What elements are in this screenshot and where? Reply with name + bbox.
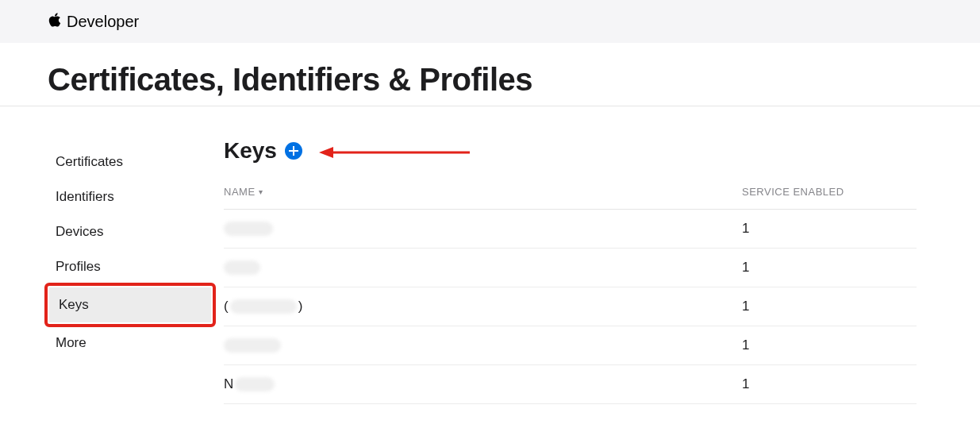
column-header-service[interactable]: SERVICE ENABLED — [742, 186, 917, 198]
redacted-name — [224, 260, 260, 275]
plus-icon — [289, 144, 298, 158]
chevron-down-icon: ▾ — [259, 187, 263, 196]
table-row[interactable]: N 1 — [224, 365, 917, 404]
sidebar: Certificates Identifiers Devices Profile… — [32, 106, 214, 404]
redacted-name — [224, 222, 273, 236]
name-trail: ) — [298, 299, 303, 314]
cell-service: 1 — [742, 376, 917, 392]
column-header-service-label: SERVICE ENABLED — [742, 186, 844, 198]
sidebar-item-certificates[interactable]: Certificates — [46, 145, 214, 179]
column-header-name[interactable]: NAME ▾ — [224, 186, 742, 198]
table-row[interactable]: 1 — [224, 249, 917, 287]
page-title-wrap: Certificates, Identifiers & Profiles — [0, 43, 980, 106]
cell-service: 1 — [742, 260, 917, 276]
top-bar: Developer — [0, 0, 980, 43]
apple-logo-icon — [48, 12, 62, 32]
redacted-name — [230, 299, 297, 314]
content-area: Certificates Identifiers Devices Profile… — [0, 106, 980, 404]
svg-marker-1 — [319, 147, 333, 158]
keys-table: NAME ▾ SERVICE ENABLED 1 1 — [224, 186, 917, 404]
cell-service: 1 — [742, 337, 917, 353]
table-row[interactable]: ( ) 1 — [224, 287, 917, 326]
name-letter: ( — [224, 299, 229, 314]
cell-name: ( ) — [224, 299, 742, 314]
annotation-arrow — [319, 145, 478, 160]
redacted-name — [224, 338, 281, 353]
annotation-highlight-box: Keys — [44, 283, 216, 327]
cell-service: 1 — [742, 221, 917, 237]
page-title: Certificates, Identifiers & Profiles — [48, 62, 932, 98]
cell-name — [224, 338, 742, 353]
table-row[interactable]: 1 — [224, 210, 917, 249]
cell-name — [224, 222, 742, 236]
sidebar-item-more[interactable]: More — [46, 326, 214, 361]
name-letter: N — [224, 376, 233, 392]
sidebar-item-devices[interactable]: Devices — [46, 214, 214, 249]
brand-text: Developer — [67, 13, 139, 31]
section-header: Keys — [224, 138, 917, 164]
sidebar-item-identifiers[interactable]: Identifiers — [46, 179, 214, 214]
table-header: NAME ▾ SERVICE ENABLED — [224, 186, 917, 210]
section-title: Keys — [224, 138, 277, 164]
redacted-name — [235, 377, 275, 391]
sidebar-item-profiles[interactable]: Profiles — [46, 249, 214, 284]
add-key-button[interactable] — [285, 142, 302, 160]
cell-name — [224, 260, 742, 275]
cell-name: N — [224, 376, 742, 392]
main-panel: Keys NAME ▾ SERVICE ENABLED — [214, 106, 948, 404]
sidebar-item-keys[interactable]: Keys — [49, 287, 211, 322]
brand-link[interactable]: Developer — [48, 12, 139, 32]
cell-service: 1 — [742, 299, 917, 314]
table-row[interactable]: 1 — [224, 326, 917, 365]
column-header-name-label: NAME — [224, 186, 256, 198]
